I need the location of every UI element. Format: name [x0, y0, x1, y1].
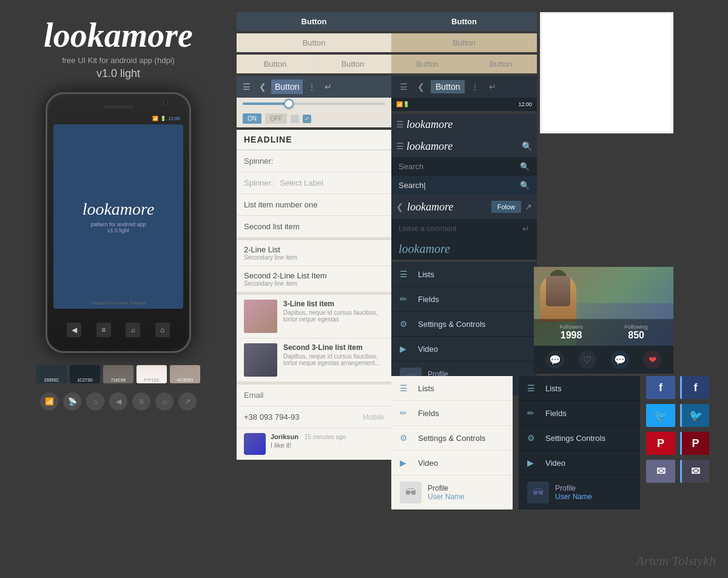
- email-btn-light[interactable]: ✉: [646, 460, 675, 483]
- light-profile-username: User Name: [428, 492, 465, 501]
- list-item-3line-2[interactable]: Second 3-Line list item Dapibus, neque i…: [237, 338, 391, 382]
- dark-status-icons: 📶🔋: [396, 101, 410, 107]
- profile-action-heart-red[interactable]: ❤: [643, 351, 661, 369]
- email-btn-dark[interactable]: ✉: [680, 460, 709, 483]
- action-bar-menu-icon[interactable]: ☰: [239, 79, 254, 94]
- dark-search-bar-1[interactable]: Search 🔍: [391, 157, 537, 176]
- email-field[interactable]: [237, 385, 391, 406]
- social-row-facebook: f f: [646, 376, 713, 399]
- dark-action-back-icon[interactable]: ❮: [414, 79, 428, 94]
- dark-action-button[interactable]: Button: [431, 80, 465, 93]
- light-menu-fields[interactable]: ✏ Fields: [391, 401, 513, 426]
- logo-tagline: free UI Kit for android app (hdpi): [62, 56, 175, 65]
- comment-send-icon[interactable]: ↵: [522, 224, 530, 234]
- button-dark-primary[interactable]: Button: [237, 12, 391, 31]
- dark-menu-fields-label: Fields: [418, 295, 439, 304]
- profile-action-comment[interactable]: 💬: [546, 351, 564, 369]
- light-menu-panel: ☰ Lists ✏ Fields ⚙ Settings & Controls ▶…: [391, 376, 513, 509]
- action-bar-button-active[interactable]: Button: [271, 79, 303, 94]
- dark-menu-lists[interactable]: ☰ Lists: [391, 262, 537, 287]
- nav-home-btn[interactable]: ≡: [96, 323, 111, 337]
- nav-search-btn[interactable]: ⌕: [126, 323, 140, 337]
- light-menu-profile[interactable]: 🕶 Profile User Name: [391, 476, 513, 509]
- action-bar-more-icon[interactable]: ⋮: [304, 79, 320, 94]
- comment-input-bar[interactable]: Leave a comment ↵: [391, 219, 537, 238]
- dark-menu-video-label: Video: [418, 344, 438, 354]
- button-light-half-1[interactable]: Button: [237, 55, 314, 73]
- dark2-profile-info: Profile User Name: [555, 484, 592, 501]
- toggle-on-btn[interactable]: ON: [243, 113, 261, 124]
- dark-action-menu-icon[interactable]: ☰: [396, 79, 411, 94]
- button-light-half-2[interactable]: Button: [314, 55, 391, 73]
- spinner-row[interactable]: Spinner:: [237, 150, 391, 172]
- light-menu-video[interactable]: ▶ Video: [391, 451, 513, 476]
- button-tan-r1[interactable]: Button: [391, 33, 537, 52]
- dark2-menu-settings[interactable]: ⚙ Settings Controls: [519, 426, 640, 451]
- dark-action-enter-icon[interactable]: ↵: [485, 79, 500, 94]
- dark-menu-video[interactable]: ▶ Video: [391, 337, 537, 361]
- followers-count: 1998: [559, 330, 583, 341]
- icon-menu: ≡: [132, 392, 150, 411]
- color-palette: 29353C 1C272D 716C66 F7F1EE AC9D93: [36, 365, 200, 383]
- toggle-off-btn[interactable]: OFF: [265, 113, 287, 124]
- comment-placeholder: Leave a comment: [399, 224, 456, 233]
- icon-home: ⌂: [86, 392, 104, 411]
- dark-menu-fields[interactable]: ✏ Fields: [391, 287, 537, 312]
- dark2-menu-lists[interactable]: ☰ Lists: [519, 376, 640, 401]
- dark-nav-back-icon[interactable]: ❮: [396, 202, 403, 212]
- action-bar-back-icon[interactable]: ❮: [255, 79, 270, 94]
- button-tan-half-2[interactable]: Button: [465, 55, 538, 73]
- dark2-menu-fields[interactable]: ✏ Fields: [519, 401, 640, 426]
- button-dark-r1[interactable]: Button: [391, 12, 537, 31]
- dark-nav-follow-bar: ❮ lookamore Folow ↗: [391, 195, 537, 219]
- list-item-3line-1[interactable]: 3-Line list item Dapibus, neque id cursu…: [237, 295, 391, 338]
- profile-action-heart[interactable]: ♡: [578, 351, 596, 369]
- share-button[interactable]: ↗: [525, 202, 532, 212]
- nav-back-btn[interactable]: ◀: [67, 323, 81, 337]
- light-menu-settings[interactable]: ⚙ Settings & Controls: [391, 426, 513, 451]
- facebook-btn-dark[interactable]: f: [680, 376, 709, 399]
- dark-phone-status: 📶🔋 12:00: [391, 98, 537, 111]
- light-menu-lists[interactable]: ☰ Lists: [391, 376, 513, 401]
- button-tan-half-1[interactable]: Button: [391, 55, 465, 73]
- twitter-btn-light[interactable]: 🐦: [646, 404, 675, 427]
- pinterest-btn-dark[interactable]: P: [680, 432, 709, 455]
- icon-wifi: 📶: [40, 392, 58, 411]
- dark-action-more-icon[interactable]: ⋮: [467, 79, 483, 94]
- list-item-1[interactable]: List item number one: [237, 194, 391, 216]
- light-video-icon: ▶: [400, 458, 412, 468]
- phone-field[interactable]: +38 093 794-93 Mobile: [237, 406, 391, 428]
- clock-display: 12:00: [168, 116, 180, 121]
- dark2-menu-video[interactable]: ▶ Video: [519, 451, 640, 476]
- profile-action-chat[interactable]: 💬: [611, 351, 629, 369]
- dark-menu-settings[interactable]: ⚙ Settings & Controls: [391, 312, 537, 337]
- list-item-2line-2[interactable]: Second 2-Line List Item Secondary line i…: [237, 266, 391, 292]
- action-bar-light: ☰ ❮ Button ⋮ ↵: [237, 76, 391, 98]
- dark-section-header: lookamore: [391, 238, 537, 260]
- facebook-btn-light[interactable]: f: [646, 376, 675, 399]
- slider-thumb[interactable]: [284, 99, 294, 109]
- action-bar-enter-icon[interactable]: ↵: [321, 79, 335, 94]
- list-item-3line-1-secondary: Dapibus, neque id cursus faucibus, torto…: [283, 309, 384, 323]
- following-count: 850: [625, 330, 648, 341]
- checkbox-unchecked[interactable]: [291, 115, 299, 123]
- swatch-2-label: 1C272D: [77, 378, 93, 382]
- list-item-2[interactable]: Second list item: [237, 216, 391, 238]
- list-item-2line-1[interactable]: 2-Line List Secondary line item: [237, 240, 391, 266]
- dark2-fields-icon: ✏: [527, 408, 539, 418]
- dark-search-icon-1[interactable]: 🔍: [522, 141, 532, 151]
- icon-row: 📶 📡 ⌂ ◀ ≡ ⌕ ↗: [40, 392, 197, 411]
- following-stat: Following 850: [625, 324, 648, 341]
- light-lists-icon: ☰: [400, 383, 412, 393]
- slider-track[interactable]: [243, 102, 385, 105]
- follow-button[interactable]: Folow: [491, 201, 521, 213]
- nav-menu-btn[interactable]: ⌂: [155, 323, 170, 337]
- pinterest-btn-light[interactable]: P: [646, 432, 675, 455]
- checkbox-checked[interactable]: ✓: [303, 115, 311, 123]
- twitter-btn-dark[interactable]: 🐦: [680, 404, 709, 427]
- dark2-menu-profile[interactable]: 🕶 Profile User Name: [519, 476, 640, 509]
- dark-search-bar-2[interactable]: Search| 🔍: [391, 176, 537, 195]
- button-light-primary[interactable]: Button: [237, 33, 391, 52]
- spinner-select-row[interactable]: Spinner: Select Label: [237, 172, 391, 194]
- swatch-4-label: F7F1EE: [144, 378, 160, 382]
